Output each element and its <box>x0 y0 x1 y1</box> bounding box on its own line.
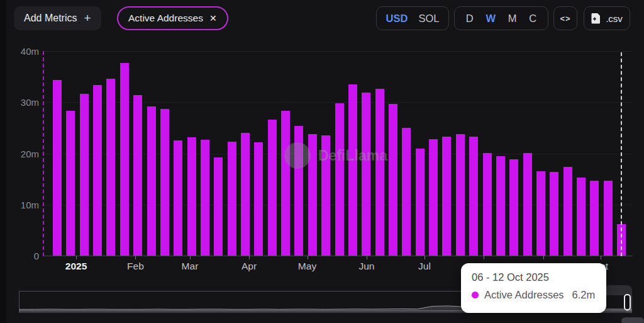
x-axis-tick-label: 2025 <box>65 261 87 272</box>
bar-week-27[interactable] <box>416 149 425 256</box>
x-axis-tick-label: Jul <box>418 261 431 272</box>
tooltip-value: 6.2m <box>572 289 596 301</box>
bar-week-4[interactable] <box>106 79 115 256</box>
y-axis-tick-label: 20m <box>11 148 39 159</box>
close-icon[interactable]: ✕ <box>209 13 217 23</box>
bar-week-40[interactable] <box>590 181 599 256</box>
currency-option-usd[interactable]: USD <box>386 13 408 25</box>
code-icon: <> <box>560 14 570 23</box>
range-brush-handle[interactable] <box>624 294 631 310</box>
bar-week-15[interactable] <box>254 142 263 256</box>
bar-week-13[interactable] <box>228 142 236 256</box>
series-dot-icon <box>472 292 479 298</box>
bar-week-11[interactable] <box>201 140 209 256</box>
x-axis-tick <box>308 256 308 259</box>
embed-code-button[interactable]: <> <box>553 6 577 30</box>
download-csv-button[interactable]: .csv <box>584 6 630 30</box>
metric-pill-active-addresses[interactable]: Active Addresses ✕ <box>117 6 228 30</box>
bar-week-34[interactable] <box>509 159 518 256</box>
bar-week-0[interactable] <box>53 80 62 256</box>
bar-week-7[interactable] <box>147 106 156 256</box>
bar-week-31[interactable] <box>469 137 478 256</box>
bar-week-6[interactable] <box>133 95 142 256</box>
period-option-c[interactable]: C <box>529 13 536 25</box>
bar-week-21[interactable] <box>335 103 344 256</box>
watermark-text: DefiLlama <box>318 147 387 164</box>
bottom-right-scroll-thumb[interactable] <box>621 317 644 323</box>
bar-week-12[interactable] <box>214 157 223 256</box>
x-axis-tick <box>76 256 77 259</box>
bar-week-23[interactable] <box>362 93 370 256</box>
bar-week-36[interactable] <box>536 171 545 256</box>
bar-week-38[interactable] <box>564 167 572 256</box>
watermark-logo-icon <box>284 142 311 169</box>
bar-week-10[interactable] <box>187 137 196 256</box>
hover-crosshair-line <box>621 52 622 256</box>
toolbar: Add Metrics + Active Addresses ✕ USD SOL… <box>0 0 644 37</box>
x-axis-tick <box>543 256 544 259</box>
file-plus-icon <box>591 13 601 24</box>
tooltip-series-label: Active Addresses <box>484 289 564 301</box>
currency-option-sol[interactable]: SOL <box>418 13 439 25</box>
tooltip-date-range: 06 - 12 Oct 2025 <box>472 271 596 283</box>
x-axis-tick <box>601 256 601 259</box>
x-axis-tick <box>425 256 425 259</box>
period-option-m[interactable]: M <box>508 13 517 25</box>
bar-week-2[interactable] <box>80 94 89 256</box>
bar-week-9[interactable] <box>174 140 182 256</box>
bar-week-32[interactable] <box>483 153 492 256</box>
x-axis-tick-label: May <box>298 261 316 272</box>
x-axis-tick <box>190 256 191 259</box>
bar-week-33[interactable] <box>496 156 505 256</box>
metric-pill-label: Active Addresses <box>128 13 203 24</box>
bar-week-35[interactable] <box>523 153 532 256</box>
x-axis-tick <box>249 256 250 259</box>
bar-week-29[interactable] <box>442 137 451 256</box>
bar-week-22[interactable] <box>348 84 357 256</box>
gridline <box>43 51 632 52</box>
bar-week-5[interactable] <box>120 63 129 256</box>
currency-toggle: USD SOL <box>376 6 449 30</box>
chart-tooltip: 06 - 12 Oct 2025 Active Addresses 6.2m <box>461 263 606 313</box>
bar-week-17[interactable] <box>281 111 290 256</box>
csv-label: .csv <box>606 13 623 24</box>
add-metrics-label: Add Metrics <box>24 13 77 24</box>
bar-week-16[interactable] <box>268 120 277 256</box>
bar-week-8[interactable] <box>160 109 169 256</box>
watermark: DefiLlama <box>284 142 387 169</box>
x-axis-tick-label: Mar <box>182 261 199 272</box>
x-axis-tick-label: Jun <box>358 261 374 272</box>
add-metrics-button[interactable]: Add Metrics + <box>14 6 101 30</box>
period-toggle: D W M C <box>454 6 548 30</box>
bar-week-30[interactable] <box>456 134 465 256</box>
bar-week-14[interactable] <box>241 133 250 256</box>
bar-week-37[interactable] <box>550 172 558 256</box>
x-axis-tick-label: Apr <box>242 261 257 272</box>
y-axis-tick-label: 40m <box>11 46 39 57</box>
bar-week-24[interactable] <box>375 89 384 256</box>
x-axis-tick <box>135 256 136 259</box>
bar-week-39[interactable] <box>577 178 586 256</box>
y-axis-tick-label: 10m <box>11 199 39 210</box>
x-axis-tick <box>484 256 484 259</box>
y-axis-tick-label: 30m <box>11 97 39 108</box>
bar-week-3[interactable] <box>93 85 102 256</box>
window-edge <box>0 0 6 323</box>
bar-week-41[interactable] <box>604 181 613 256</box>
bar-week-1[interactable] <box>66 111 75 256</box>
x-axis-line <box>43 256 633 256</box>
bar-week-28[interactable] <box>429 139 438 256</box>
period-option-d[interactable]: D <box>466 13 474 25</box>
x-axis-tick-label: Feb <box>127 261 144 272</box>
bar-week-26[interactable] <box>402 128 411 256</box>
bar-week-25[interactable] <box>389 104 397 256</box>
plus-icon: + <box>84 11 91 25</box>
y-axis-tick-label: 0 <box>11 251 39 261</box>
period-option-w[interactable]: W <box>486 13 496 25</box>
x-axis-tick <box>367 256 367 259</box>
